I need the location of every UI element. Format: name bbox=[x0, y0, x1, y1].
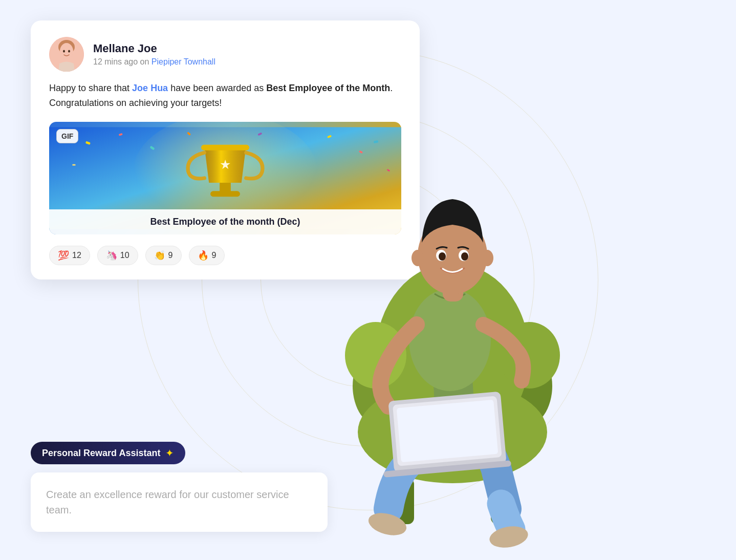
svg-rect-37 bbox=[397, 400, 499, 462]
svg-point-45 bbox=[439, 252, 446, 261]
reaction-count-100: 12 bbox=[72, 251, 81, 260]
svg-point-4 bbox=[63, 50, 65, 53]
svg-point-29 bbox=[499, 322, 560, 389]
svg-point-31 bbox=[447, 402, 504, 462]
svg-rect-39 bbox=[443, 276, 463, 301]
svg-rect-20 bbox=[210, 191, 240, 197]
svg-rect-19 bbox=[220, 183, 231, 192]
reaction-emoji-unicorn: 🦄 bbox=[106, 250, 117, 261]
svg-point-43 bbox=[436, 250, 446, 261]
svg-rect-35 bbox=[388, 392, 506, 473]
avatar bbox=[49, 37, 84, 72]
post-time: 12 mins ago on Piepiper Townhall bbox=[93, 57, 215, 67]
svg-rect-27 bbox=[491, 478, 506, 524]
post-meta: Mellane Joe 12 mins ago on Piepiper Town… bbox=[93, 42, 215, 67]
svg-point-30 bbox=[401, 402, 458, 462]
svg-point-46 bbox=[461, 252, 468, 261]
svg-point-40 bbox=[418, 217, 487, 294]
assistant-badge-text: Personal Reward Assistant bbox=[42, 448, 160, 459]
reaction-fire[interactable]: 🔥 9 bbox=[189, 246, 225, 265]
assistant-card: Personal Reward Assistant ✦ Create an ex… bbox=[31, 442, 328, 532]
svg-point-33 bbox=[366, 509, 409, 539]
svg-point-28 bbox=[345, 322, 406, 389]
gif-badge: GIF bbox=[56, 129, 78, 143]
svg-point-23 bbox=[496, 345, 552, 427]
reaction-clap[interactable]: 👏 9 bbox=[145, 246, 182, 265]
reaction-100[interactable]: 💯 12 bbox=[49, 246, 90, 265]
reaction-count-clap: 9 bbox=[168, 251, 173, 260]
svg-point-32 bbox=[488, 524, 530, 551]
assistant-placeholder: Create an excellence reward for our cust… bbox=[46, 489, 289, 515]
svg-point-25 bbox=[358, 381, 547, 483]
mention: Joe Hua bbox=[132, 83, 168, 93]
svg-point-34 bbox=[409, 289, 491, 391]
award-title: Best Employee of the Month bbox=[266, 83, 390, 93]
svg-point-24 bbox=[376, 263, 529, 447]
image-caption: Best Employee of the month (Dec) bbox=[49, 209, 401, 234]
svg-rect-14 bbox=[72, 164, 75, 165]
svg-point-5 bbox=[68, 50, 70, 53]
assistant-message[interactable]: Create an excellence reward for our cust… bbox=[31, 472, 328, 532]
post-card: Mellane Joe 12 mins ago on Piepiper Town… bbox=[31, 20, 420, 279]
svg-point-42 bbox=[481, 250, 493, 266]
channel-link[interactable]: Piepiper Townhall bbox=[151, 57, 215, 66]
svg-point-22 bbox=[353, 345, 409, 427]
reaction-count-unicorn: 10 bbox=[120, 251, 129, 260]
post-text: Happy to share that Joe Hua have been aw… bbox=[49, 81, 401, 111]
reaction-unicorn[interactable]: 🦄 10 bbox=[97, 246, 138, 265]
assistant-badge[interactable]: Personal Reward Assistant ✦ bbox=[31, 442, 185, 464]
reactions-bar: 💯 12 🦄 10 👏 9 🔥 9 bbox=[49, 246, 401, 265]
sparkle-icon: ✦ bbox=[165, 447, 174, 459]
svg-rect-36 bbox=[393, 396, 502, 466]
trophy-scene: ★ Best Employee of the month (Dec) bbox=[49, 122, 401, 234]
poster-name: Mellane Joe bbox=[93, 42, 215, 55]
svg-rect-38 bbox=[383, 460, 511, 478]
reaction-count-fire: 9 bbox=[212, 251, 217, 260]
svg-text:★: ★ bbox=[220, 157, 231, 171]
reaction-emoji-100: 💯 bbox=[58, 250, 69, 261]
reaction-emoji-clap: 👏 bbox=[154, 250, 165, 261]
svg-point-44 bbox=[459, 250, 469, 261]
svg-rect-18 bbox=[201, 144, 249, 150]
post-header: Mellane Joe 12 mins ago on Piepiper Town… bbox=[49, 37, 401, 72]
post-image: ★ Best Employee of the month (Dec) GIF bbox=[49, 122, 401, 234]
svg-rect-26 bbox=[399, 478, 414, 524]
reaction-emoji-fire: 🔥 bbox=[198, 250, 209, 261]
svg-point-3 bbox=[60, 46, 73, 59]
